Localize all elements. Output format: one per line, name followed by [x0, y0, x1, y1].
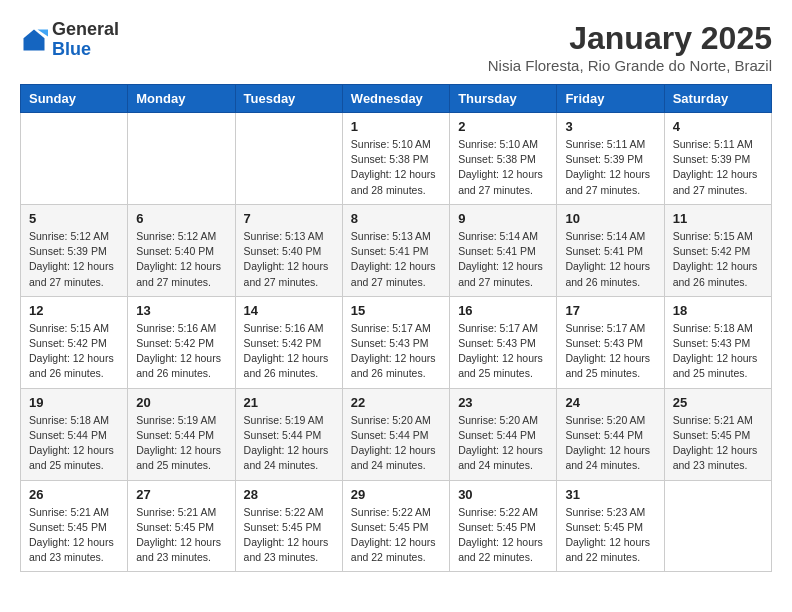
day-number: 15 [351, 303, 441, 318]
day-info: Sunrise: 5:20 AMSunset: 5:44 PMDaylight:… [351, 413, 441, 474]
calendar-cell: 18Sunrise: 5:18 AMSunset: 5:43 PMDayligh… [664, 296, 771, 388]
day-info: Sunrise: 5:21 AMSunset: 5:45 PMDaylight:… [29, 505, 119, 566]
day-number: 1 [351, 119, 441, 134]
week-row-0: 1Sunrise: 5:10 AMSunset: 5:38 PMDaylight… [21, 113, 772, 205]
calendar-title: January 2025 [488, 20, 772, 57]
day-number: 31 [565, 487, 655, 502]
calendar-cell: 8Sunrise: 5:13 AMSunset: 5:41 PMDaylight… [342, 204, 449, 296]
day-info: Sunrise: 5:12 AMSunset: 5:40 PMDaylight:… [136, 229, 226, 290]
calendar-cell [128, 113, 235, 205]
day-info: Sunrise: 5:16 AMSunset: 5:42 PMDaylight:… [136, 321, 226, 382]
weekday-header-tuesday: Tuesday [235, 85, 342, 113]
calendar-cell: 27Sunrise: 5:21 AMSunset: 5:45 PMDayligh… [128, 480, 235, 572]
day-info: Sunrise: 5:15 AMSunset: 5:42 PMDaylight:… [29, 321, 119, 382]
day-number: 30 [458, 487, 548, 502]
weekday-header-thursday: Thursday [450, 85, 557, 113]
day-info: Sunrise: 5:10 AMSunset: 5:38 PMDaylight:… [458, 137, 548, 198]
day-number: 8 [351, 211, 441, 226]
day-info: Sunrise: 5:14 AMSunset: 5:41 PMDaylight:… [565, 229, 655, 290]
calendar-cell [21, 113, 128, 205]
day-info: Sunrise: 5:22 AMSunset: 5:45 PMDaylight:… [351, 505, 441, 566]
day-info: Sunrise: 5:20 AMSunset: 5:44 PMDaylight:… [565, 413, 655, 474]
day-number: 7 [244, 211, 334, 226]
day-info: Sunrise: 5:21 AMSunset: 5:45 PMDaylight:… [673, 413, 763, 474]
day-info: Sunrise: 5:16 AMSunset: 5:42 PMDaylight:… [244, 321, 334, 382]
day-number: 20 [136, 395, 226, 410]
calendar-cell: 13Sunrise: 5:16 AMSunset: 5:42 PMDayligh… [128, 296, 235, 388]
calendar-cell: 26Sunrise: 5:21 AMSunset: 5:45 PMDayligh… [21, 480, 128, 572]
calendar-cell: 7Sunrise: 5:13 AMSunset: 5:40 PMDaylight… [235, 204, 342, 296]
weekday-header-sunday: Sunday [21, 85, 128, 113]
calendar-cell: 22Sunrise: 5:20 AMSunset: 5:44 PMDayligh… [342, 388, 449, 480]
calendar-cell: 14Sunrise: 5:16 AMSunset: 5:42 PMDayligh… [235, 296, 342, 388]
day-number: 29 [351, 487, 441, 502]
day-info: Sunrise: 5:22 AMSunset: 5:45 PMDaylight:… [244, 505, 334, 566]
logo-text: General Blue [52, 20, 119, 60]
calendar-table: SundayMondayTuesdayWednesdayThursdayFrid… [20, 84, 772, 572]
calendar-cell: 2Sunrise: 5:10 AMSunset: 5:38 PMDaylight… [450, 113, 557, 205]
day-number: 9 [458, 211, 548, 226]
weekday-header-saturday: Saturday [664, 85, 771, 113]
day-number: 21 [244, 395, 334, 410]
day-number: 12 [29, 303, 119, 318]
calendar-cell: 16Sunrise: 5:17 AMSunset: 5:43 PMDayligh… [450, 296, 557, 388]
calendar-cell: 20Sunrise: 5:19 AMSunset: 5:44 PMDayligh… [128, 388, 235, 480]
day-number: 5 [29, 211, 119, 226]
logo: General Blue [20, 20, 119, 60]
day-number: 4 [673, 119, 763, 134]
calendar-cell: 10Sunrise: 5:14 AMSunset: 5:41 PMDayligh… [557, 204, 664, 296]
svg-marker-0 [24, 29, 45, 50]
day-info: Sunrise: 5:22 AMSunset: 5:45 PMDaylight:… [458, 505, 548, 566]
day-info: Sunrise: 5:11 AMSunset: 5:39 PMDaylight:… [565, 137, 655, 198]
day-info: Sunrise: 5:14 AMSunset: 5:41 PMDaylight:… [458, 229, 548, 290]
day-number: 18 [673, 303, 763, 318]
week-row-4: 26Sunrise: 5:21 AMSunset: 5:45 PMDayligh… [21, 480, 772, 572]
weekday-header-wednesday: Wednesday [342, 85, 449, 113]
weekday-header-monday: Monday [128, 85, 235, 113]
calendar-subtitle: Nisia Floresta, Rio Grande do Norte, Bra… [488, 57, 772, 74]
day-info: Sunrise: 5:11 AMSunset: 5:39 PMDaylight:… [673, 137, 763, 198]
day-number: 26 [29, 487, 119, 502]
day-number: 3 [565, 119, 655, 134]
day-info: Sunrise: 5:17 AMSunset: 5:43 PMDaylight:… [565, 321, 655, 382]
calendar-cell: 1Sunrise: 5:10 AMSunset: 5:38 PMDaylight… [342, 113, 449, 205]
calendar-cell: 9Sunrise: 5:14 AMSunset: 5:41 PMDaylight… [450, 204, 557, 296]
title-block: January 2025 Nisia Floresta, Rio Grande … [488, 20, 772, 74]
day-info: Sunrise: 5:21 AMSunset: 5:45 PMDaylight:… [136, 505, 226, 566]
day-info: Sunrise: 5:23 AMSunset: 5:45 PMDaylight:… [565, 505, 655, 566]
day-info: Sunrise: 5:13 AMSunset: 5:40 PMDaylight:… [244, 229, 334, 290]
week-row-2: 12Sunrise: 5:15 AMSunset: 5:42 PMDayligh… [21, 296, 772, 388]
weekday-header-row: SundayMondayTuesdayWednesdayThursdayFrid… [21, 85, 772, 113]
day-number: 11 [673, 211, 763, 226]
day-info: Sunrise: 5:13 AMSunset: 5:41 PMDaylight:… [351, 229, 441, 290]
day-info: Sunrise: 5:19 AMSunset: 5:44 PMDaylight:… [244, 413, 334, 474]
week-row-3: 19Sunrise: 5:18 AMSunset: 5:44 PMDayligh… [21, 388, 772, 480]
day-number: 10 [565, 211, 655, 226]
calendar-cell: 28Sunrise: 5:22 AMSunset: 5:45 PMDayligh… [235, 480, 342, 572]
calendar-cell: 15Sunrise: 5:17 AMSunset: 5:43 PMDayligh… [342, 296, 449, 388]
day-info: Sunrise: 5:18 AMSunset: 5:44 PMDaylight:… [29, 413, 119, 474]
day-number: 28 [244, 487, 334, 502]
day-info: Sunrise: 5:10 AMSunset: 5:38 PMDaylight:… [351, 137, 441, 198]
day-info: Sunrise: 5:17 AMSunset: 5:43 PMDaylight:… [351, 321, 441, 382]
page-header: General Blue January 2025 Nisia Floresta… [20, 20, 772, 74]
week-row-1: 5Sunrise: 5:12 AMSunset: 5:39 PMDaylight… [21, 204, 772, 296]
calendar-cell: 12Sunrise: 5:15 AMSunset: 5:42 PMDayligh… [21, 296, 128, 388]
day-info: Sunrise: 5:20 AMSunset: 5:44 PMDaylight:… [458, 413, 548, 474]
day-number: 2 [458, 119, 548, 134]
calendar-cell: 25Sunrise: 5:21 AMSunset: 5:45 PMDayligh… [664, 388, 771, 480]
day-info: Sunrise: 5:19 AMSunset: 5:44 PMDaylight:… [136, 413, 226, 474]
calendar-cell [664, 480, 771, 572]
day-number: 16 [458, 303, 548, 318]
calendar-cell: 19Sunrise: 5:18 AMSunset: 5:44 PMDayligh… [21, 388, 128, 480]
day-number: 17 [565, 303, 655, 318]
day-number: 23 [458, 395, 548, 410]
day-number: 24 [565, 395, 655, 410]
day-info: Sunrise: 5:18 AMSunset: 5:43 PMDaylight:… [673, 321, 763, 382]
day-number: 6 [136, 211, 226, 226]
day-number: 27 [136, 487, 226, 502]
calendar-cell: 5Sunrise: 5:12 AMSunset: 5:39 PMDaylight… [21, 204, 128, 296]
day-info: Sunrise: 5:17 AMSunset: 5:43 PMDaylight:… [458, 321, 548, 382]
calendar-cell: 30Sunrise: 5:22 AMSunset: 5:45 PMDayligh… [450, 480, 557, 572]
day-number: 19 [29, 395, 119, 410]
